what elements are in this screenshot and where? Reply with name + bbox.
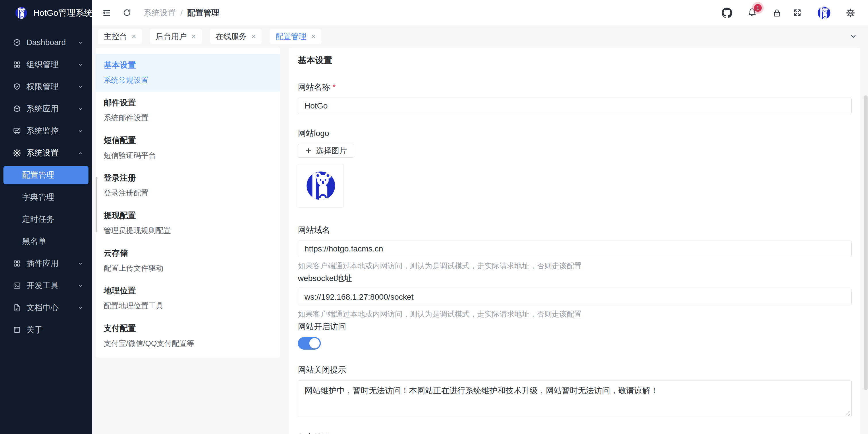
sidebar-item-label: 文档中心 bbox=[26, 302, 59, 313]
app-root: HotGo管理系统 Dashboard 组织管理 bbox=[0, 0, 868, 434]
tab-dashboard[interactable]: 主控台 × bbox=[98, 29, 142, 44]
notification-badge: 1 bbox=[754, 4, 762, 12]
lock-icon[interactable] bbox=[772, 8, 782, 18]
breadcrumb: 系统设置 / 配置管理 bbox=[144, 7, 219, 19]
menu-group-subtitle: 系统常规设置 bbox=[104, 75, 272, 85]
koala-logo-icon bbox=[14, 6, 28, 20]
tab-close-icon[interactable]: × bbox=[251, 32, 256, 40]
grid-icon bbox=[13, 259, 21, 268]
breadcrumb-separator: / bbox=[180, 8, 183, 18]
sidebar-item-label: 插件应用 bbox=[26, 258, 59, 269]
tab-admin-users[interactable]: 后台用户 × bbox=[150, 29, 202, 44]
notifications-button[interactable]: 1 bbox=[747, 7, 757, 19]
page-scrollbar-thumb[interactable] bbox=[864, 95, 868, 390]
reload-icon[interactable] bbox=[122, 8, 132, 18]
sidebar-item-permissions[interactable]: 权限管理 bbox=[0, 77, 92, 96]
field-label-text: 网站关闭提示 bbox=[298, 365, 346, 375]
topbar-actions: 1 bbox=[707, 6, 855, 20]
menu-group-sms[interactable]: 短信配置 短信验证码平台 bbox=[96, 129, 280, 167]
close-tip-textarea[interactable]: 网站维护中，暂时无法访问！本网站正在进行系统维护和技术升级，网站暂时无法访问，敬… bbox=[298, 380, 851, 417]
sidebar-subitem-blacklist[interactable]: 黑名单 bbox=[3, 232, 89, 251]
site-domain-input[interactable] bbox=[298, 240, 851, 257]
settings-menu-card: 基本设置 系统常规设置 邮件设置 系统邮件设置 短信配置 短信验证码平台 登录注… bbox=[96, 48, 280, 358]
app-logo-row[interactable]: HotGo管理系统 bbox=[0, 0, 92, 26]
terminal-icon bbox=[13, 281, 21, 290]
bell-icon bbox=[747, 13, 757, 18]
menu-group-wechat[interactable]: 微信配置 公众号/开放平台/小程序配置等 bbox=[96, 355, 280, 358]
menu-group-email[interactable]: 邮件设置 系统邮件设置 bbox=[96, 92, 280, 129]
sidebar-subitem-label: 字典管理 bbox=[22, 192, 54, 203]
menu-group-subtitle: 短信验证码平台 bbox=[104, 151, 272, 161]
tab-label: 主控台 bbox=[104, 31, 127, 42]
gauge-icon bbox=[13, 38, 21, 47]
menu-fold-icon[interactable] bbox=[102, 8, 112, 18]
site-logo-preview[interactable] bbox=[298, 164, 344, 207]
menu-group-title: 云存储 bbox=[104, 248, 272, 259]
sidebar-item-label: 组织管理 bbox=[26, 59, 59, 70]
field-label: 网站开启访问 bbox=[298, 321, 851, 332]
breadcrumb-current: 配置管理 bbox=[187, 7, 219, 19]
menu-group-title: 支付配置 bbox=[104, 323, 272, 334]
breadcrumb-parent[interactable]: 系统设置 bbox=[144, 7, 176, 19]
document-icon bbox=[13, 303, 21, 312]
sidebar-item-organization[interactable]: 组织管理 bbox=[0, 56, 92, 74]
sidebar-subitem-label: 配置管理 bbox=[22, 170, 54, 180]
gear-icon bbox=[13, 149, 21, 157]
menu-group-withdraw[interactable]: 提现配置 管理员提现规则配置 bbox=[96, 204, 280, 242]
sidebar-item-system-settings[interactable]: 系统设置 bbox=[0, 144, 92, 162]
menu-group-title: 登录注册 bbox=[104, 172, 272, 183]
sidebar-item-plugins[interactable]: 插件应用 bbox=[0, 254, 92, 273]
settings-gear-icon[interactable] bbox=[846, 8, 855, 18]
menu-group-basic[interactable]: 基本设置 系统常规设置 bbox=[96, 54, 280, 92]
sidebar-item-about[interactable]: 关于 bbox=[0, 321, 92, 339]
site-name-input[interactable] bbox=[298, 98, 851, 114]
topbar: 系统设置 / 配置管理 1 bbox=[92, 0, 868, 26]
site-access-toggle[interactable] bbox=[298, 337, 321, 349]
sidebar-item-label: 开发工具 bbox=[26, 280, 59, 291]
sidebar-subitem-dictionary[interactable]: 字典管理 bbox=[3, 188, 89, 206]
sidebar-subitem-config-management[interactable]: 配置管理 bbox=[3, 166, 89, 184]
menu-group-payment[interactable]: 支付配置 支付宝/微信/QQ支付配置等 bbox=[96, 317, 280, 355]
field-icp: 备案编号 bbox=[298, 432, 851, 434]
chevron-down-icon bbox=[77, 83, 84, 90]
sidebar-subitem-label: 黑名单 bbox=[22, 236, 46, 247]
sidebar-subitem-cron-tasks[interactable]: 定时任务 bbox=[3, 210, 89, 229]
menu-scrollbar-thumb[interactable] bbox=[96, 177, 97, 232]
sidebar-item-system-apps[interactable]: 系统应用 bbox=[0, 100, 92, 118]
menu-group-cloud-storage[interactable]: 云存储 配置上传文件驱动 bbox=[96, 242, 280, 279]
github-icon[interactable] bbox=[721, 7, 733, 19]
fullscreen-icon[interactable] bbox=[793, 8, 803, 18]
main-area: 系统设置 / 配置管理 1 bbox=[92, 0, 868, 434]
tab-close-icon[interactable]: × bbox=[131, 32, 136, 40]
tabbar: 主控台 × 后台用户 × 在线服务 × 配置管理 × bbox=[92, 26, 868, 47]
sidebar-item-dashboard[interactable]: Dashboard bbox=[0, 33, 92, 52]
menu-group-title: 短信配置 bbox=[104, 135, 272, 146]
menu-group-login[interactable]: 登录注册 登录注册配置 bbox=[96, 167, 280, 204]
tab-label: 配置管理 bbox=[275, 31, 307, 42]
field-site-logo: 网站logo 选择图片 bbox=[298, 128, 851, 207]
basic-settings-form-card: 基本设置 网站名称 * 网站logo bbox=[289, 48, 860, 434]
websocket-input[interactable] bbox=[298, 289, 851, 305]
sidebar-item-system-monitor[interactable]: 系统监控 bbox=[0, 122, 92, 140]
sidebar-item-label: 关于 bbox=[26, 324, 42, 335]
menu-group-title: 地理位置 bbox=[104, 285, 272, 296]
field-site-name: 网站名称 * bbox=[298, 82, 851, 114]
sidebar-item-label: 系统监控 bbox=[26, 126, 59, 136]
chevron-down-icon bbox=[77, 105, 84, 112]
tab-online-service[interactable]: 在线服务 × bbox=[210, 29, 262, 44]
sidebar-item-docs-center[interactable]: 文档中心 bbox=[0, 299, 92, 317]
menu-group-geo[interactable]: 地理位置 配置地理位置工具 bbox=[96, 279, 280, 317]
sidebar-item-dev-tools[interactable]: 开发工具 bbox=[0, 276, 92, 295]
tab-config-management[interactable]: 配置管理 × bbox=[270, 29, 321, 44]
monitor-chart-icon bbox=[13, 127, 21, 135]
tabbar-chevron-down-icon[interactable] bbox=[849, 32, 858, 41]
field-label-text: 网站logo bbox=[298, 128, 329, 139]
tab-close-icon[interactable]: × bbox=[191, 32, 196, 40]
choose-image-button[interactable]: 选择图片 bbox=[298, 144, 354, 158]
field-helper-text: 如果客户端通过本地或内网访问，则认为是调试模式，走实际请求地址，否则走该配置 bbox=[298, 309, 851, 319]
field-label: 网站名称 * bbox=[298, 82, 851, 93]
tab-label: 在线服务 bbox=[216, 31, 247, 42]
content: 基本设置 系统常规设置 邮件设置 系统邮件设置 短信配置 短信验证码平台 登录注… bbox=[92, 47, 868, 434]
avatar[interactable] bbox=[817, 6, 831, 20]
tab-close-icon[interactable]: × bbox=[311, 32, 316, 40]
